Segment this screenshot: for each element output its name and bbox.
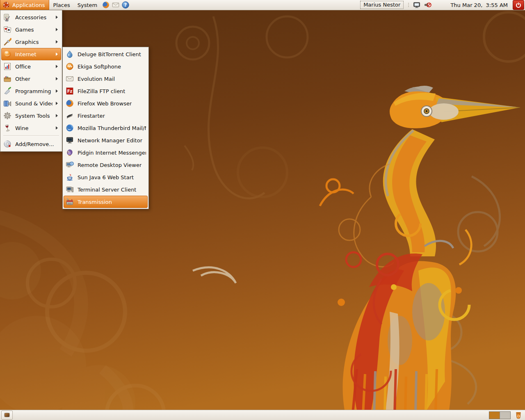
places-menu-label: Places	[53, 2, 70, 8]
deluge-droplet-icon	[65, 50, 74, 59]
menu-item-label: Add/Remove...	[15, 141, 54, 147]
menu-item-firefox[interactable]: Firefox Web Browser	[64, 97, 148, 110]
thunderbird-icon	[65, 123, 74, 132]
menu-item-firestarter[interactable]: Firestarter	[64, 110, 148, 122]
applet-handle[interactable]	[408, 3, 409, 7]
firefox-icon	[102, 1, 110, 9]
submenu-arrow-icon	[56, 65, 58, 68]
clock[interactable]: Thu Mar 20, 3:55 AM	[434, 0, 511, 14]
menu-item-label: Sound & Video	[15, 100, 52, 107]
workspace-1[interactable]	[489, 412, 500, 419]
filezilla-icon: Fz	[65, 87, 74, 96]
menu-item-accessories[interactable]: Accessories	[1, 11, 61, 23]
graphics-icon	[3, 37, 12, 46]
help-launcher[interactable]: ?	[121, 0, 130, 10]
svg-text:?: ?	[124, 2, 127, 8]
bottom-panel	[0, 410, 525, 420]
show-desktop-icon	[4, 412, 10, 418]
show-desktop-button[interactable]	[1, 411, 13, 420]
applications-menu-label: Applications	[12, 2, 45, 8]
submenu-arrow-icon	[56, 28, 58, 31]
menu-item-label: Programming	[15, 88, 51, 94]
trash-icon	[514, 411, 523, 419]
menu-item-thunderbird[interactable]: Mozilla Thunderbird Mail/News	[64, 122, 148, 134]
menu-item-label: Wine	[15, 125, 28, 131]
menu-item-internet[interactable]: Internet	[1, 48, 61, 60]
applications-menu-button[interactable]: Applications	[0, 0, 49, 10]
menu-item-sound-video[interactable]: Sound & Video	[1, 97, 61, 110]
internet-globe-icon	[3, 50, 12, 59]
games-icon: ♥ ♠	[3, 25, 12, 34]
submenu-arrow-icon	[56, 102, 58, 105]
menu-item-label: Remote Desktop Viewer	[78, 162, 142, 168]
internet-submenu: Deluge BitTorrent Client Ekiga Softphone…	[62, 47, 149, 209]
user-name-label: Marius Nestor	[363, 2, 400, 8]
firefox-icon	[65, 99, 74, 108]
power-icon	[515, 2, 522, 8]
menu-item-label: System Tools	[15, 113, 50, 119]
top-panel-left: Applications Places System	[0, 0, 130, 10]
programming-trowel-icon	[3, 87, 12, 96]
volume-muted-icon	[424, 1, 432, 9]
menu-item-office[interactable]: Office	[1, 60, 61, 73]
menu-item-network-manager[interactable]: Network Manager Editor	[64, 134, 148, 146]
volume-indicator[interactable]	[423, 0, 433, 10]
submenu-arrow-icon	[56, 52, 58, 56]
menu-item-add-remove[interactable]: Add/Remove...	[1, 137, 61, 151]
help-icon: ?	[121, 1, 130, 9]
java-icon	[65, 173, 74, 182]
clock-label: Thu Mar 20, 3:55 AM	[450, 2, 508, 8]
display-indicator[interactable]	[412, 0, 422, 10]
applications-menu: Accessories ♥ ♠ Games	[0, 10, 62, 152]
menu-item-transmission[interactable]: Transmission	[64, 196, 148, 208]
menu-item-graphics[interactable]: Graphics	[1, 36, 61, 48]
menu-item-games[interactable]: ♥ ♠ Games	[1, 23, 61, 36]
menu-item-label: Pidgin Internet Messenger	[78, 150, 146, 156]
menu-item-label: Firestarter	[78, 113, 105, 119]
system-menu-button[interactable]: System	[74, 0, 101, 10]
menu-item-deluge[interactable]: Deluge BitTorrent Client	[64, 48, 148, 60]
evolution-envelope-icon	[65, 74, 74, 83]
places-menu-button[interactable]: Places	[49, 0, 73, 10]
menu-item-pidgin[interactable]: Pidgin Internet Messenger	[64, 146, 148, 159]
firefox-launcher[interactable]	[101, 0, 111, 10]
menu-item-filezilla[interactable]: Fz FileZilla FTP client	[64, 85, 148, 97]
menu-item-label: Firefox Web Browser	[78, 100, 132, 107]
system-tools-gear-icon	[3, 111, 12, 120]
evolution-mail-launcher[interactable]	[111, 0, 121, 10]
menu-item-label: FileZilla FTP client	[78, 88, 125, 94]
menu-item-label: Office	[15, 64, 31, 70]
desktop-screen: Applications Places System	[0, 0, 525, 420]
user-switcher-button[interactable]: Marius Nestor	[360, 1, 404, 9]
menu-item-label: Internet	[15, 51, 37, 57]
accessories-icon	[3, 13, 12, 22]
submenu-arrow-icon	[56, 16, 58, 19]
menu-item-label: Graphics	[15, 39, 39, 45]
menu-item-label: Ekiga Softphone	[78, 64, 121, 70]
sound-video-icon	[3, 99, 12, 108]
menu-item-terminal-server[interactable]: Terminal Server Client	[64, 183, 148, 196]
ekiga-icon	[65, 62, 74, 71]
submenu-arrow-icon	[56, 40, 58, 43]
menu-item-wine[interactable]: Wine	[1, 122, 61, 134]
menu-item-ekiga[interactable]: Ekiga Softphone	[64, 60, 148, 73]
mail-envelope-icon	[112, 1, 120, 9]
menu-separator	[3, 135, 59, 136]
menu-item-programming[interactable]: Programming	[1, 85, 61, 97]
shutdown-button[interactable]	[513, 0, 524, 10]
trash-applet[interactable]	[514, 410, 523, 420]
menu-item-system-tools[interactable]: System Tools	[1, 110, 61, 122]
menu-item-other[interactable]: Other	[1, 73, 61, 85]
workspace-2[interactable]	[500, 412, 510, 419]
menu-item-label: Sun Java 6 Web Start	[78, 174, 134, 180]
top-panel: Applications Places System	[0, 0, 525, 10]
network-monitor-icon	[65, 136, 74, 145]
menu-item-label: Accessories	[15, 14, 46, 21]
menu-item-evolution[interactable]: Evolution Mail	[64, 73, 148, 85]
menu-item-remote-desktop[interactable]: Remote Desktop Viewer	[64, 159, 148, 171]
menu-item-sun-java[interactable]: Sun Java 6 Web Start	[64, 171, 148, 183]
office-icon	[3, 62, 12, 71]
add-remove-cd-icon	[3, 139, 12, 148]
top-panel-right: Marius Nestor Thu Mar 20, 3:5	[360, 0, 525, 10]
display-icon	[413, 1, 421, 9]
